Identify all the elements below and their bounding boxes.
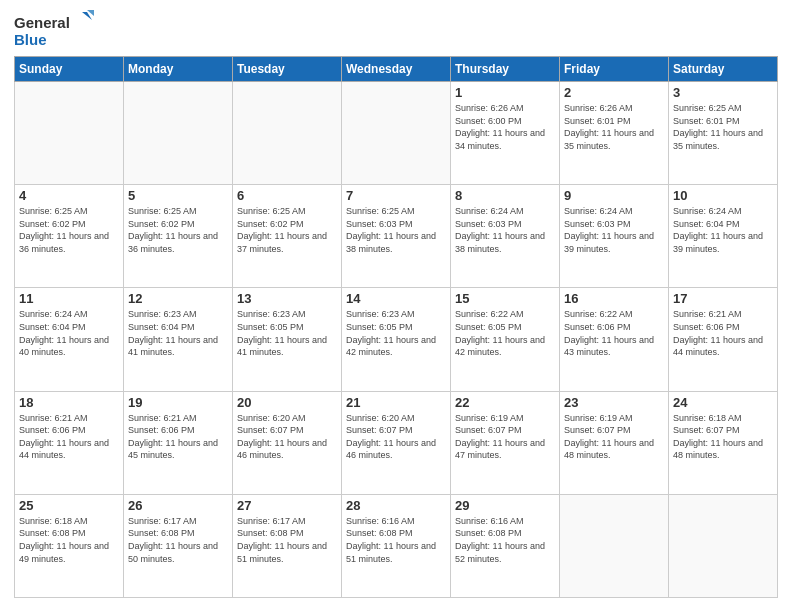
day-info: Sunrise: 6:21 AM Sunset: 6:06 PM Dayligh… [673, 308, 773, 358]
calendar-day-16: 16Sunrise: 6:22 AM Sunset: 6:06 PM Dayli… [560, 288, 669, 391]
day-number: 15 [455, 291, 555, 306]
calendar-header-tuesday: Tuesday [233, 57, 342, 82]
day-number: 12 [128, 291, 228, 306]
calendar-day-12: 12Sunrise: 6:23 AM Sunset: 6:04 PM Dayli… [124, 288, 233, 391]
calendar-day-25: 25Sunrise: 6:18 AM Sunset: 6:08 PM Dayli… [15, 494, 124, 597]
calendar-day-9: 9Sunrise: 6:24 AM Sunset: 6:03 PM Daylig… [560, 185, 669, 288]
calendar-empty-cell [560, 494, 669, 597]
calendar-day-11: 11Sunrise: 6:24 AM Sunset: 6:04 PM Dayli… [15, 288, 124, 391]
day-info: Sunrise: 6:18 AM Sunset: 6:07 PM Dayligh… [673, 412, 773, 462]
calendar-day-27: 27Sunrise: 6:17 AM Sunset: 6:08 PM Dayli… [233, 494, 342, 597]
calendar-day-15: 15Sunrise: 6:22 AM Sunset: 6:05 PM Dayli… [451, 288, 560, 391]
calendar-week-row: 11Sunrise: 6:24 AM Sunset: 6:04 PM Dayli… [15, 288, 778, 391]
day-info: Sunrise: 6:24 AM Sunset: 6:04 PM Dayligh… [19, 308, 119, 358]
day-info: Sunrise: 6:18 AM Sunset: 6:08 PM Dayligh… [19, 515, 119, 565]
day-number: 7 [346, 188, 446, 203]
calendar-day-21: 21Sunrise: 6:20 AM Sunset: 6:07 PM Dayli… [342, 391, 451, 494]
day-info: Sunrise: 6:26 AM Sunset: 6:01 PM Dayligh… [564, 102, 664, 152]
day-number: 14 [346, 291, 446, 306]
calendar-empty-cell [124, 82, 233, 185]
day-number: 18 [19, 395, 119, 410]
calendar-day-8: 8Sunrise: 6:24 AM Sunset: 6:03 PM Daylig… [451, 185, 560, 288]
day-info: Sunrise: 6:20 AM Sunset: 6:07 PM Dayligh… [346, 412, 446, 462]
calendar-day-4: 4Sunrise: 6:25 AM Sunset: 6:02 PM Daylig… [15, 185, 124, 288]
day-info: Sunrise: 6:25 AM Sunset: 6:02 PM Dayligh… [128, 205, 228, 255]
day-info: Sunrise: 6:21 AM Sunset: 6:06 PM Dayligh… [19, 412, 119, 462]
calendar-empty-cell [233, 82, 342, 185]
calendar-day-14: 14Sunrise: 6:23 AM Sunset: 6:05 PM Dayli… [342, 288, 451, 391]
day-number: 26 [128, 498, 228, 513]
calendar-day-23: 23Sunrise: 6:19 AM Sunset: 6:07 PM Dayli… [560, 391, 669, 494]
day-number: 5 [128, 188, 228, 203]
day-info: Sunrise: 6:22 AM Sunset: 6:05 PM Dayligh… [455, 308, 555, 358]
svg-marker-2 [82, 12, 92, 20]
day-number: 19 [128, 395, 228, 410]
day-info: Sunrise: 6:24 AM Sunset: 6:03 PM Dayligh… [455, 205, 555, 255]
day-number: 11 [19, 291, 119, 306]
day-info: Sunrise: 6:20 AM Sunset: 6:07 PM Dayligh… [237, 412, 337, 462]
calendar-day-24: 24Sunrise: 6:18 AM Sunset: 6:07 PM Dayli… [669, 391, 778, 494]
calendar-day-7: 7Sunrise: 6:25 AM Sunset: 6:03 PM Daylig… [342, 185, 451, 288]
day-number: 1 [455, 85, 555, 100]
calendar-header-monday: Monday [124, 57, 233, 82]
day-number: 2 [564, 85, 664, 100]
calendar-day-28: 28Sunrise: 6:16 AM Sunset: 6:08 PM Dayli… [342, 494, 451, 597]
calendar-week-row: 25Sunrise: 6:18 AM Sunset: 6:08 PM Dayli… [15, 494, 778, 597]
calendar-header-row: SundayMondayTuesdayWednesdayThursdayFrid… [15, 57, 778, 82]
calendar-day-19: 19Sunrise: 6:21 AM Sunset: 6:06 PM Dayli… [124, 391, 233, 494]
calendar-day-17: 17Sunrise: 6:21 AM Sunset: 6:06 PM Dayli… [669, 288, 778, 391]
day-info: Sunrise: 6:22 AM Sunset: 6:06 PM Dayligh… [564, 308, 664, 358]
day-info: Sunrise: 6:25 AM Sunset: 6:01 PM Dayligh… [673, 102, 773, 152]
day-info: Sunrise: 6:19 AM Sunset: 6:07 PM Dayligh… [455, 412, 555, 462]
calendar-header-friday: Friday [560, 57, 669, 82]
day-info: Sunrise: 6:17 AM Sunset: 6:08 PM Dayligh… [237, 515, 337, 565]
calendar-empty-cell [342, 82, 451, 185]
logo: General Blue [14, 10, 94, 50]
svg-text:Blue: Blue [14, 31, 47, 48]
day-info: Sunrise: 6:16 AM Sunset: 6:08 PM Dayligh… [455, 515, 555, 565]
calendar-day-29: 29Sunrise: 6:16 AM Sunset: 6:08 PM Dayli… [451, 494, 560, 597]
day-number: 25 [19, 498, 119, 513]
calendar-day-20: 20Sunrise: 6:20 AM Sunset: 6:07 PM Dayli… [233, 391, 342, 494]
logo-svg: General Blue [14, 10, 94, 50]
calendar-day-1: 1Sunrise: 6:26 AM Sunset: 6:00 PM Daylig… [451, 82, 560, 185]
calendar-week-row: 1Sunrise: 6:26 AM Sunset: 6:00 PM Daylig… [15, 82, 778, 185]
day-info: Sunrise: 6:26 AM Sunset: 6:00 PM Dayligh… [455, 102, 555, 152]
calendar-day-5: 5Sunrise: 6:25 AM Sunset: 6:02 PM Daylig… [124, 185, 233, 288]
calendar-day-18: 18Sunrise: 6:21 AM Sunset: 6:06 PM Dayli… [15, 391, 124, 494]
day-number: 16 [564, 291, 664, 306]
calendar-day-3: 3Sunrise: 6:25 AM Sunset: 6:01 PM Daylig… [669, 82, 778, 185]
day-number: 4 [19, 188, 119, 203]
day-number: 29 [455, 498, 555, 513]
calendar-table: SundayMondayTuesdayWednesdayThursdayFrid… [14, 56, 778, 598]
calendar-empty-cell [15, 82, 124, 185]
calendar-day-2: 2Sunrise: 6:26 AM Sunset: 6:01 PM Daylig… [560, 82, 669, 185]
calendar-day-6: 6Sunrise: 6:25 AM Sunset: 6:02 PM Daylig… [233, 185, 342, 288]
calendar-day-10: 10Sunrise: 6:24 AM Sunset: 6:04 PM Dayli… [669, 185, 778, 288]
day-info: Sunrise: 6:24 AM Sunset: 6:04 PM Dayligh… [673, 205, 773, 255]
day-number: 10 [673, 188, 773, 203]
day-info: Sunrise: 6:25 AM Sunset: 6:02 PM Dayligh… [19, 205, 119, 255]
day-info: Sunrise: 6:25 AM Sunset: 6:03 PM Dayligh… [346, 205, 446, 255]
calendar-header-saturday: Saturday [669, 57, 778, 82]
day-number: 21 [346, 395, 446, 410]
day-info: Sunrise: 6:17 AM Sunset: 6:08 PM Dayligh… [128, 515, 228, 565]
day-info: Sunrise: 6:19 AM Sunset: 6:07 PM Dayligh… [564, 412, 664, 462]
day-info: Sunrise: 6:25 AM Sunset: 6:02 PM Dayligh… [237, 205, 337, 255]
day-number: 22 [455, 395, 555, 410]
calendar-header-thursday: Thursday [451, 57, 560, 82]
day-number: 9 [564, 188, 664, 203]
day-info: Sunrise: 6:23 AM Sunset: 6:05 PM Dayligh… [237, 308, 337, 358]
day-number: 24 [673, 395, 773, 410]
day-info: Sunrise: 6:16 AM Sunset: 6:08 PM Dayligh… [346, 515, 446, 565]
calendar-day-22: 22Sunrise: 6:19 AM Sunset: 6:07 PM Dayli… [451, 391, 560, 494]
page: General Blue SundayMondayTuesdayWednesda… [0, 0, 792, 612]
calendar-week-row: 18Sunrise: 6:21 AM Sunset: 6:06 PM Dayli… [15, 391, 778, 494]
day-number: 27 [237, 498, 337, 513]
day-info: Sunrise: 6:23 AM Sunset: 6:04 PM Dayligh… [128, 308, 228, 358]
day-number: 20 [237, 395, 337, 410]
header: General Blue [14, 10, 778, 50]
calendar-empty-cell [669, 494, 778, 597]
day-number: 23 [564, 395, 664, 410]
calendar-day-26: 26Sunrise: 6:17 AM Sunset: 6:08 PM Dayli… [124, 494, 233, 597]
